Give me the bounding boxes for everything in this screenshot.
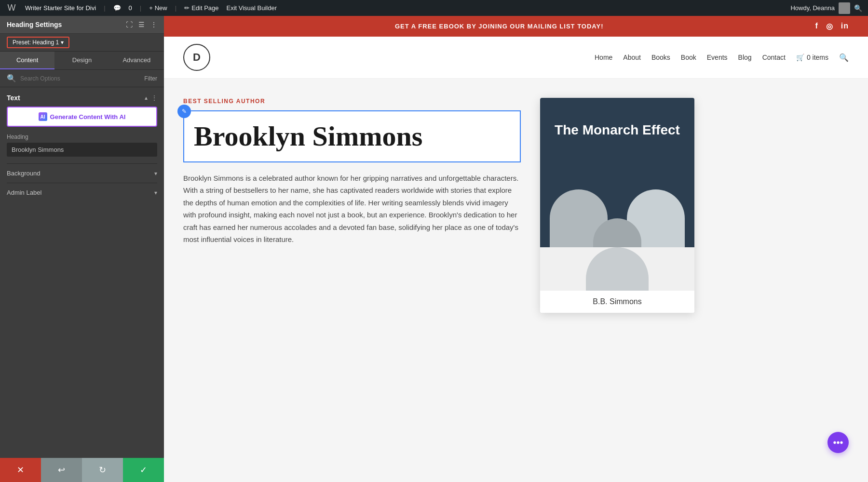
preset-chevron-icon: ▾ — [61, 39, 64, 46]
preset-label: Preset: Heading 1 — [13, 39, 59, 46]
heading-input[interactable] — [7, 143, 157, 157]
book-author-name: B.B. Simmons — [540, 291, 694, 313]
search-icon: 🔍 — [7, 74, 16, 83]
nav-books[interactable]: Books — [651, 54, 670, 61]
tab-advanced[interactable]: Advanced — [109, 52, 164, 69]
admin-label-label: Admin Label — [7, 189, 41, 196]
heading-edit-container[interactable]: ✎ Brooklyn Simmons — [183, 110, 521, 162]
cart-icon: 🛒 — [796, 54, 804, 61]
book-cover: The Monarch Effect — [540, 98, 694, 247]
edit-page-link[interactable]: ✏ Edit Page — [184, 4, 218, 12]
book-card: The Monarch Effect B.B. Simmons — [540, 98, 694, 313]
cancel-button[interactable]: ✕ — [0, 458, 41, 482]
nav-links: Home About Books Book Events Blog Contac… — [595, 53, 849, 62]
nav-search-icon[interactable]: 🔍 — [839, 53, 849, 62]
save-button[interactable]: ✓ — [123, 458, 164, 482]
generate-ai-button[interactable]: AI Generate Content With AI — [7, 107, 157, 127]
main-heading[interactable]: Brooklyn Simmons — [194, 121, 510, 152]
panel-bottom-bar: ✕ ↩ ↻ ✓ — [0, 458, 164, 482]
lower-arch — [586, 247, 649, 291]
heading-field-label: Heading — [7, 134, 157, 140]
background-section-header[interactable]: Background ▾ — [7, 170, 157, 177]
filter-button[interactable]: Filter — [144, 75, 157, 82]
background-label: Background — [7, 170, 40, 177]
preset-bar: Preset: Heading 1 ▾ — [0, 34, 164, 52]
generate-ai-label: Generate Content With AI — [50, 113, 126, 120]
exit-builder-link[interactable]: Exit Visual Builder — [227, 4, 277, 12]
admin-search-icon[interactable]: 🔍 — [854, 4, 862, 12]
collapse-icon[interactable]: ▴ — [145, 94, 148, 101]
avatar — [839, 2, 850, 14]
fab-dots-icon: ••• — [833, 437, 843, 448]
tab-design[interactable]: Design — [54, 52, 109, 69]
panel-content: Text ▴ ⋮ AI Generate Content With AI Hea… — [0, 87, 164, 458]
nav-events[interactable]: Events — [707, 54, 728, 61]
comments-count: 0 — [129, 4, 132, 12]
nav-blog[interactable]: Blog — [738, 54, 752, 61]
pencil-icon: ✏ — [184, 4, 190, 12]
undo-button[interactable]: ↩ — [41, 458, 82, 482]
banner-text: GET A FREE EBOOK BY JOINING OUR MAILING … — [183, 23, 815, 30]
banner-socials: f ◎ in — [815, 22, 849, 31]
background-section: Background ▾ — [7, 163, 157, 183]
howdy-section: Howdy, Deanna 🔍 — [790, 2, 862, 14]
panel-tabs: Content Design Advanced — [0, 52, 164, 70]
ai-icon: AI — [39, 112, 47, 121]
best-selling-label: BEST SELLING AUTHOR — [183, 98, 521, 105]
page-content: BEST SELLING AUTHOR ✎ Brooklyn Simmons B… — [164, 79, 868, 482]
text-section-header: Text ▴ ⋮ — [7, 94, 157, 102]
section-icons: ▴ ⋮ — [145, 94, 157, 101]
tab-content[interactable]: Content — [0, 52, 54, 69]
nav-home[interactable]: Home — [595, 54, 612, 61]
admin-label-section: Admin Label ▾ — [7, 183, 157, 202]
site-logo[interactable]: D — [183, 44, 210, 71]
background-chevron-icon: ▾ — [154, 170, 157, 177]
main-layout: Heading Settings ⛶ ☰ ⋮ Preset: Heading 1… — [0, 16, 868, 482]
fullscreen-icon[interactable]: ⛶ — [126, 21, 133, 28]
plus-icon: + — [149, 4, 153, 12]
comments-icon: 💬 — [113, 4, 121, 12]
preset-button[interactable]: Preset: Heading 1 ▾ — [7, 37, 69, 48]
lower-art — [540, 247, 694, 291]
logo-letter: D — [193, 51, 201, 64]
admin-label-chevron-icon: ▾ — [154, 189, 157, 196]
howdy-text: Howdy, Deanna — [790, 4, 835, 12]
new-link[interactable]: + New — [149, 4, 167, 12]
more-options-icon[interactable]: ⋮ — [150, 21, 157, 28]
save-icon: ✓ — [140, 465, 147, 475]
nav-book[interactable]: Book — [681, 54, 696, 61]
site-name[interactable]: Writer Starter Site for Divi — [25, 4, 96, 12]
admin-bar: W Writer Starter Site for Divi | 💬 0 | +… — [0, 0, 868, 16]
redo-button[interactable]: ↻ — [82, 458, 123, 482]
edit-handle[interactable]: ✎ — [177, 105, 191, 118]
cancel-icon: ✕ — [17, 465, 24, 475]
nav-cart[interactable]: 🛒 0 items — [796, 54, 828, 61]
instagram-icon[interactable]: ◎ — [826, 22, 833, 31]
nav-contact[interactable]: Contact — [762, 54, 786, 61]
nav-about[interactable]: About — [623, 54, 641, 61]
panel-header: Heading Settings ⛶ ☰ ⋮ — [0, 16, 164, 34]
text-section-title: Text — [7, 94, 20, 102]
left-panel: Heading Settings ⛶ ☰ ⋮ Preset: Heading 1… — [0, 16, 164, 482]
search-options-input[interactable] — [20, 75, 140, 82]
fab-button[interactable]: ••• — [827, 432, 849, 453]
edit-pencil-icon: ✎ — [182, 108, 187, 115]
redo-icon: ↻ — [99, 465, 106, 475]
panel-header-icons: ⛶ ☰ ⋮ — [126, 21, 157, 28]
search-bar: 🔍 Filter — [0, 70, 164, 87]
admin-label-section-header[interactable]: Admin Label ▾ — [7, 189, 157, 196]
book-title: The Monarch Effect — [555, 122, 680, 138]
linkedin-icon[interactable]: in — [841, 22, 849, 31]
wp-logo-icon[interactable]: W — [6, 2, 17, 14]
content-area: GET A FREE EBOOK BY JOINING OUR MAILING … — [164, 16, 868, 482]
site-banner: GET A FREE EBOOK BY JOINING OUR MAILING … — [164, 16, 868, 37]
facebook-icon[interactable]: f — [815, 22, 818, 31]
cart-items: 0 items — [807, 54, 828, 61]
author-bio: Brooklyn Simmons is a celebrated author … — [183, 172, 521, 246]
panel-title: Heading Settings — [7, 21, 62, 28]
book-cover-art — [540, 161, 694, 247]
undo-icon: ↩ — [58, 465, 65, 475]
columns-icon[interactable]: ☰ — [138, 21, 145, 28]
section-more-icon[interactable]: ⋮ — [151, 94, 157, 101]
site-nav: D Home About Books Book Events Blog Cont… — [164, 37, 868, 79]
